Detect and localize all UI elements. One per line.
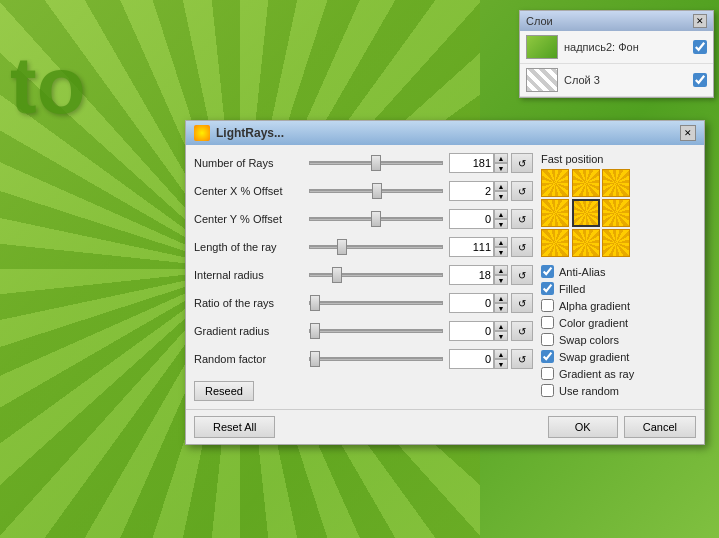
checkbox-gradient-as-ray[interactable] [541, 367, 554, 380]
fp-cell-2[interactable] [602, 169, 630, 197]
reset-btn-5[interactable]: ↺ [511, 293, 533, 313]
number-group-5: ▲ ▼ ↺ [449, 293, 533, 313]
fp-cell-4[interactable] [572, 199, 600, 227]
spin-down-4[interactable]: ▼ [494, 275, 508, 285]
reset-all-button[interactable]: Reset All [194, 416, 275, 438]
number-input-6[interactable] [449, 321, 494, 341]
dialog-body: Number of Rays ▲ ▼ ↺ Center X % Offset [186, 145, 704, 409]
checkbox-alpha-gradient[interactable] [541, 299, 554, 312]
fp-cell-0[interactable] [541, 169, 569, 197]
fp-cell-6[interactable] [541, 229, 569, 257]
layers-close-button[interactable]: ✕ [693, 14, 707, 28]
control-row-7: Random factor ▲ ▼ ↺ [194, 349, 533, 369]
checkbox-color-gradient[interactable] [541, 316, 554, 329]
spin-buttons-0: ▲ ▼ [494, 153, 508, 173]
checkbox-row-4: Swap colors [541, 333, 696, 346]
number-group-3: ▲ ▼ ↺ [449, 237, 533, 257]
number-input-3[interactable] [449, 237, 494, 257]
layer-visible-2[interactable] [693, 73, 707, 87]
lightrays-dialog: LightRays... ✕ Number of Rays ▲ ▼ ↺ [185, 120, 705, 445]
layer-visible-1[interactable] [693, 40, 707, 54]
slider-4[interactable] [309, 273, 443, 277]
spin-down-1[interactable]: ▼ [494, 191, 508, 201]
layers-title-bar: Слои ✕ [520, 11, 713, 31]
slider-0[interactable] [309, 161, 443, 165]
spin-up-6[interactable]: ▲ [494, 321, 508, 331]
ok-button[interactable]: OK [548, 416, 618, 438]
spin-up-3[interactable]: ▲ [494, 237, 508, 247]
footer-right: OK Cancel [548, 416, 696, 438]
checkbox-swap-colors[interactable] [541, 333, 554, 346]
slider-3[interactable] [309, 245, 443, 249]
number-input-5[interactable] [449, 293, 494, 313]
spin-down-6[interactable]: ▼ [494, 331, 508, 341]
spin-up-0[interactable]: ▲ [494, 153, 508, 163]
fp-cell-5[interactable] [602, 199, 630, 227]
control-row-0: Number of Rays ▲ ▼ ↺ [194, 153, 533, 173]
reset-btn-3[interactable]: ↺ [511, 237, 533, 257]
spin-down-7[interactable]: ▼ [494, 359, 508, 369]
checkbox-row-5: Swap gradient [541, 350, 696, 363]
fp-cell-8[interactable] [602, 229, 630, 257]
number-input-7[interactable] [449, 349, 494, 369]
slider-container-1 [309, 181, 443, 201]
dialog-close-button[interactable]: ✕ [680, 125, 696, 141]
spin-up-4[interactable]: ▲ [494, 265, 508, 275]
checkbox-label-7: Use random [559, 385, 619, 397]
spin-up-7[interactable]: ▲ [494, 349, 508, 359]
slider-container-7 [309, 349, 443, 369]
spin-down-5[interactable]: ▼ [494, 303, 508, 313]
slider-container-5 [309, 293, 443, 313]
slider-1[interactable] [309, 189, 443, 193]
control-row-2: Center Y % Offset ▲ ▼ ↺ [194, 209, 533, 229]
number-input-4[interactable] [449, 265, 494, 285]
label-1: Center X % Offset [194, 185, 309, 197]
reset-btn-1[interactable]: ↺ [511, 181, 533, 201]
spin-down-0[interactable]: ▼ [494, 163, 508, 173]
checkbox-label-5: Swap gradient [559, 351, 629, 363]
checkbox-swap-gradient[interactable] [541, 350, 554, 363]
cancel-button[interactable]: Cancel [624, 416, 696, 438]
checkbox-row-7: Use random [541, 384, 696, 397]
label-4: Internal radius [194, 269, 309, 281]
spin-up-2[interactable]: ▲ [494, 209, 508, 219]
slider-5[interactable] [309, 301, 443, 305]
spin-down-3[interactable]: ▼ [494, 247, 508, 257]
spin-down-2[interactable]: ▼ [494, 219, 508, 229]
spin-buttons-4: ▲ ▼ [494, 265, 508, 285]
dialog-title-bar: LightRays... ✕ [186, 121, 704, 145]
reset-btn-7[interactable]: ↺ [511, 349, 533, 369]
reset-btn-6[interactable]: ↺ [511, 321, 533, 341]
control-row-5: Ratio of the rays ▲ ▼ ↺ [194, 293, 533, 313]
checkbox-row-6: Gradient as ray [541, 367, 696, 380]
spin-up-1[interactable]: ▲ [494, 181, 508, 191]
logo-text: to [10, 40, 86, 132]
slider-6[interactable] [309, 329, 443, 333]
number-group-1: ▲ ▼ ↺ [449, 181, 533, 201]
spin-buttons-5: ▲ ▼ [494, 293, 508, 313]
checkbox-use-random[interactable] [541, 384, 554, 397]
reset-btn-0[interactable]: ↺ [511, 153, 533, 173]
checkbox-anti-alias[interactable] [541, 265, 554, 278]
fp-cell-7[interactable] [572, 229, 600, 257]
spin-buttons-3: ▲ ▼ [494, 237, 508, 257]
fp-cell-3[interactable] [541, 199, 569, 227]
number-input-2[interactable] [449, 209, 494, 229]
fp-cell-1[interactable] [572, 169, 600, 197]
number-input-1[interactable] [449, 181, 494, 201]
spin-buttons-6: ▲ ▼ [494, 321, 508, 341]
spin-buttons-1: ▲ ▼ [494, 181, 508, 201]
reseed-button[interactable]: Reseed [194, 381, 254, 401]
checkbox-row-1: Filled [541, 282, 696, 295]
reset-btn-4[interactable]: ↺ [511, 265, 533, 285]
spin-buttons-7: ▲ ▼ [494, 349, 508, 369]
slider-7[interactable] [309, 357, 443, 361]
slider-2[interactable] [309, 217, 443, 221]
dialog-title-text: LightRays... [216, 126, 284, 140]
layer-name-1: надпись2: Фон [564, 41, 693, 53]
checkbox-filled[interactable] [541, 282, 554, 295]
checkbox-label-3: Color gradient [559, 317, 628, 329]
reset-btn-2[interactable]: ↺ [511, 209, 533, 229]
number-input-0[interactable] [449, 153, 494, 173]
spin-up-5[interactable]: ▲ [494, 293, 508, 303]
